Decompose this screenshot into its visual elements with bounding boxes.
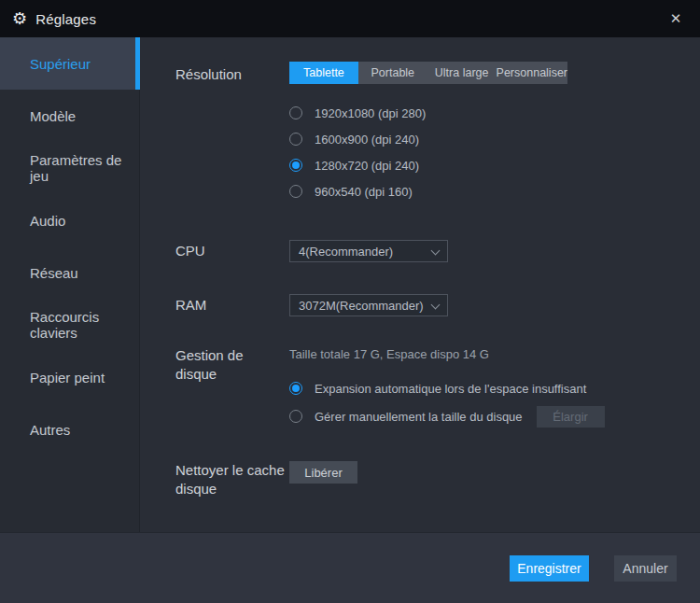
disk-option-auto-expand[interactable]: Expansion automatique lors de l'espace i… xyxy=(289,375,605,401)
ram-dropdown-value: 3072M(Recommander) xyxy=(299,299,424,313)
radio-icon[interactable] xyxy=(289,410,302,423)
resolution-option-label: 1280x720 (dpi 240) xyxy=(315,159,419,173)
tab-personnaliser[interactable]: Personnaliser xyxy=(497,62,567,84)
sidebar-item-label: Audio xyxy=(30,213,65,229)
sidebar-item-autres[interactable]: Autres xyxy=(0,403,139,456)
resolution-option-1280x720[interactable]: 1280x720 (dpi 240) xyxy=(289,152,567,178)
settings-window: ⚙ Réglages ✕ Supérieur Modèle Paramètres… xyxy=(0,0,700,603)
expand-button[interactable]: Élargir xyxy=(537,406,605,428)
window-title: Réglages xyxy=(35,11,96,27)
gear-icon: ⚙ xyxy=(12,10,27,27)
sidebar-item-reseau[interactable]: Réseau xyxy=(0,246,139,299)
radio-icon[interactable] xyxy=(289,106,302,119)
resolution-tab-group: Tablette Portable Ultra large Personnali… xyxy=(289,62,567,84)
chevron-down-icon xyxy=(431,246,441,256)
footer: Enregistrer Annuler xyxy=(0,532,700,603)
sidebar-item-parametres-de-jeu[interactable]: Paramètres de jeu xyxy=(0,142,139,194)
cache-label-line2: disque xyxy=(175,480,289,498)
settings-content: Résolution Tablette Portable Ultra large… xyxy=(140,37,700,532)
sidebar-item-label: Réseau xyxy=(30,265,78,281)
resolution-option-1600x900[interactable]: 1600x900 (dpi 240) xyxy=(289,126,567,152)
ram-section: RAM 3072M(Recommander) xyxy=(140,294,700,316)
sidebar-item-label: Modèle xyxy=(30,108,76,124)
disk-section: Gestion de disque Taille totale 17 G, Es… xyxy=(140,346,700,429)
disk-label: Gestion de disque xyxy=(140,346,289,429)
tab-ultra-large[interactable]: Ultra large xyxy=(427,62,497,84)
resolution-section: Résolution Tablette Portable Ultra large… xyxy=(140,62,700,204)
cpu-dropdown[interactable]: 4(Recommander) xyxy=(289,240,448,262)
cpu-section: CPU 4(Recommander) xyxy=(140,240,700,262)
main-area: Supérieur Modèle Paramètres de jeu Audio… xyxy=(0,37,700,532)
disk-label-line1: Gestion de xyxy=(175,346,289,365)
radio-icon[interactable] xyxy=(289,159,302,172)
cache-label: Nettoyer le cache disque xyxy=(140,461,289,498)
save-button[interactable]: Enregistrer xyxy=(510,555,589,582)
resolution-option-label: 960x540 (dpi 160) xyxy=(315,185,413,199)
resolution-option-label: 1600x900 (dpi 240) xyxy=(315,133,419,147)
disk-option-manual[interactable]: Gérer manuellement la taille du disque É… xyxy=(289,403,605,429)
resolution-option-960x540[interactable]: 960x540 (dpi 160) xyxy=(289,178,567,204)
cpu-dropdown-value: 4(Recommander) xyxy=(299,245,393,259)
radio-icon[interactable] xyxy=(289,133,302,146)
sidebar-item-label: Paramètres de jeu xyxy=(30,152,139,184)
sidebar-item-label: Papier peint xyxy=(30,370,105,386)
disk-controls: Taille totale 17 G, Espace dispo 14 G Ex… xyxy=(289,346,605,429)
resolution-label: Résolution xyxy=(140,62,289,204)
tab-portable[interactable]: Portable xyxy=(358,62,427,84)
sidebar-item-raccourcis-claviers[interactable]: Raccourcis claviers xyxy=(0,299,139,351)
resolution-controls: Tablette Portable Ultra large Personnali… xyxy=(289,62,567,204)
cache-section: Nettoyer le cache disque Libérer xyxy=(140,461,700,498)
sidebar-item-superieur[interactable]: Supérieur xyxy=(0,37,139,90)
disk-label-line2: disque xyxy=(175,365,289,384)
sidebar-item-label: Autres xyxy=(30,422,70,438)
resolution-options: 1920x1080 (dpi 280) 1600x900 (dpi 240) 1… xyxy=(289,100,567,204)
disk-options: Expansion automatique lors de l'espace i… xyxy=(289,375,605,429)
cancel-button[interactable]: Annuler xyxy=(614,555,677,582)
ram-label: RAM xyxy=(140,296,289,315)
ram-dropdown[interactable]: 3072M(Recommander) xyxy=(289,294,448,316)
chevron-down-icon xyxy=(431,301,441,310)
sidebar: Supérieur Modèle Paramètres de jeu Audio… xyxy=(0,37,140,532)
resolution-option-label: 1920x1080 (dpi 280) xyxy=(315,106,426,120)
sidebar-item-label: Supérieur xyxy=(30,56,91,72)
cache-controls: Libérer xyxy=(289,461,357,498)
disk-info-text: Taille totale 17 G, Espace dispo 14 G xyxy=(289,346,605,363)
disk-option-label: Gérer manuellement la taille du disque xyxy=(315,410,523,424)
close-icon[interactable]: ✕ xyxy=(664,0,688,37)
sidebar-item-modele[interactable]: Modèle xyxy=(0,90,139,142)
sidebar-item-papier-peint[interactable]: Papier peint xyxy=(0,351,139,403)
free-cache-button[interactable]: Libérer xyxy=(289,461,357,484)
disk-option-label: Expansion automatique lors de l'espace i… xyxy=(315,382,586,396)
tab-tablette[interactable]: Tablette xyxy=(289,62,358,84)
resolution-option-1920x1080[interactable]: 1920x1080 (dpi 280) xyxy=(289,100,567,126)
cpu-label: CPU xyxy=(140,242,289,260)
sidebar-item-label: Raccourcis claviers xyxy=(30,309,139,341)
cache-label-line1: Nettoyer le cache xyxy=(175,461,289,480)
radio-icon[interactable] xyxy=(289,382,302,395)
titlebar: ⚙ Réglages ✕ xyxy=(0,0,700,37)
sidebar-item-audio[interactable]: Audio xyxy=(0,194,139,246)
radio-icon[interactable] xyxy=(289,185,302,198)
